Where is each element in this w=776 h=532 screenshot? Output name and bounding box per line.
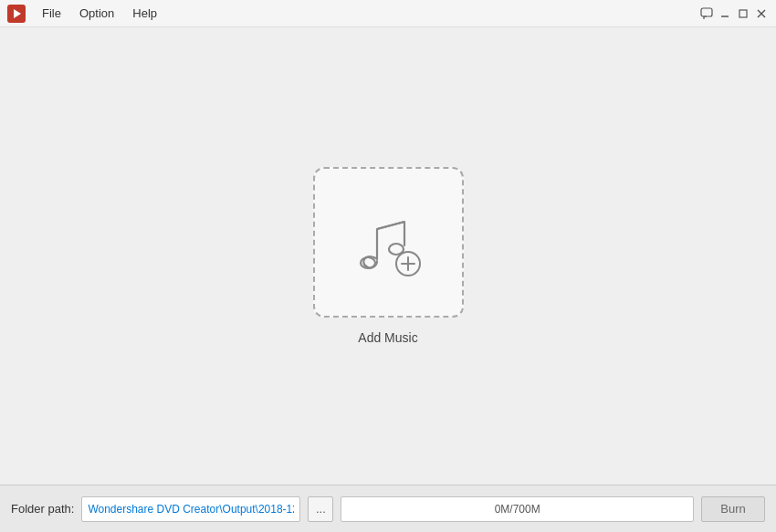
close-button[interactable] [754,6,769,21]
add-music-dropzone[interactable] [313,167,464,318]
menu-file[interactable]: File [33,3,70,24]
browse-button[interactable]: ... [308,496,333,522]
folder-path-input[interactable] [81,496,300,522]
svg-rect-2 [701,8,712,16]
burn-button[interactable]: Burn [701,496,765,522]
app-logo [7,5,26,23]
chat-button[interactable] [699,6,714,21]
menu-help[interactable]: Help [123,3,166,24]
maximize-button[interactable] [736,6,750,21]
window-controls [699,6,769,21]
bottom-bar: Folder path: ... 0M/700M Burn [0,485,776,532]
folder-path-label: Folder path: [11,502,74,516]
svg-line-9 [377,222,404,229]
music-icon-wrapper [342,202,434,284]
svg-rect-4 [739,10,747,17]
progress-bar: 0M/700M [341,496,694,522]
menu-option[interactable]: Option [70,3,123,24]
main-content: Add Music [0,27,776,485]
title-bar: File Option Help [0,0,776,27]
minimize-button[interactable] [718,6,732,21]
add-music-label: Add Music [358,330,417,345]
progress-text: 0M/700M [347,503,687,516]
menu-bar: File Option Help [33,3,699,24]
